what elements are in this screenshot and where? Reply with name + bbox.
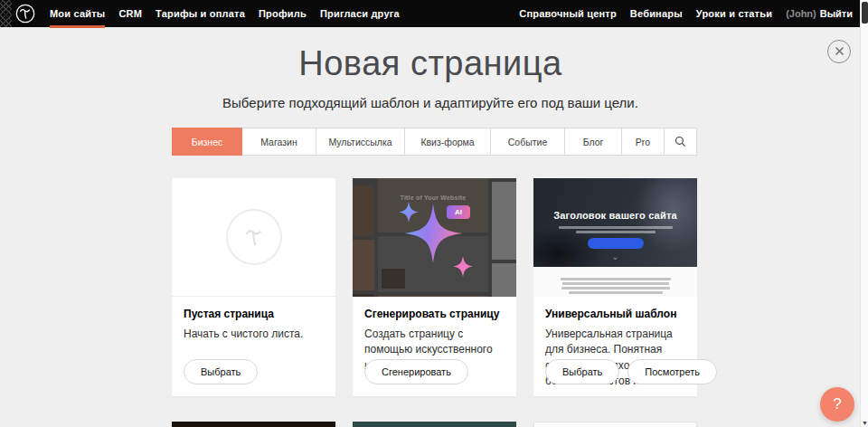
card-body: Пустая страница Начать с чистого листа. … [172, 297, 335, 396]
search-tab[interactable] [665, 128, 697, 156]
close-icon [835, 43, 844, 60]
card-body: Сгенерировать страницу Создать страницу … [353, 297, 516, 396]
search-icon [675, 136, 686, 147]
nav-item-webinars[interactable]: Вебинары [630, 0, 683, 27]
nav-item-help-center[interactable]: Справочный центр [519, 0, 617, 27]
nav-item-profile[interactable]: Профиль [259, 0, 307, 27]
card-title: Универсальный шаблон [545, 308, 685, 320]
card-body: Универсальный шаблон Универсальная стран… [533, 297, 697, 396]
generate-button[interactable]: Сгенерировать [364, 359, 468, 384]
scrollbar-track[interactable]: ▼ [860, 0, 868, 427]
user-name: (John) [786, 0, 816, 27]
template-card-partial[interactable] [353, 422, 516, 427]
ai-generate-preview: Title of Your Website [353, 178, 516, 297]
nav-item-my-sites[interactable]: Мои сайты [50, 0, 105, 27]
template-hero-heading: Заголовок вашего сайта [533, 210, 697, 221]
hero-text-line [576, 231, 656, 233]
nav-item-crm[interactable]: CRM [118, 0, 142, 27]
ai-sparkle-icon [378, 187, 490, 290]
nav-item-tariffs[interactable]: Тарифы и оплата [156, 0, 245, 27]
template-card-blank-page[interactable]: Пустая страница Начать с чистого листа. … [172, 178, 335, 396]
body-text-line [561, 278, 671, 280]
template-card-partial[interactable] [533, 422, 697, 427]
card-description: Начать с чистого листа. [184, 327, 324, 342]
tab-shop[interactable]: Магазин [242, 128, 316, 156]
thumb-tile [492, 182, 516, 260]
template-hero: Заголовок вашего сайта ⌄ [533, 178, 697, 267]
page-title: Новая страница [0, 44, 861, 83]
chevron-down-icon: ⌄ [533, 252, 697, 261]
user-logout[interactable]: (John) Выйти [786, 0, 853, 27]
ai-badge: AI [447, 205, 470, 219]
scrollbar-down-arrow[interactable]: ▼ [861, 420, 868, 427]
template-card-ai-generate[interactable]: Title of Your Website [353, 178, 516, 396]
nav-item-lessons[interactable]: Уроки и статьи [696, 0, 772, 27]
tab-pro[interactable]: Pro [622, 128, 665, 156]
hero-text-line [559, 226, 673, 229]
blank-page-preview [172, 178, 335, 297]
thumb-tile [492, 263, 516, 297]
topbar: Мои сайты CRM Тарифы и оплата Профиль Пр… [0, 0, 868, 27]
universal-template-preview: Заголовок вашего сайта ⌄ [533, 178, 697, 297]
page-subtitle: Выберите подходящий шаблон и адаптируйте… [0, 95, 861, 110]
tilda-watermark-icon [226, 209, 282, 265]
close-button[interactable] [827, 40, 851, 63]
template-card-universal[interactable]: Заголовок вашего сайта ⌄ Универсальный ш… [533, 178, 697, 396]
topbar-nav-right: Справочный центр Вебинары Уроки и статьи… [519, 0, 853, 27]
preview-universal-button[interactable]: Посмотреть [627, 359, 717, 384]
tab-business[interactable]: Бизнес [172, 128, 242, 156]
thumb-tile [353, 240, 374, 290]
template-text-section [533, 267, 697, 297]
hero-cta-button [588, 238, 644, 249]
tab-event[interactable]: Событие [491, 128, 565, 156]
nav-item-invite-friend[interactable]: Пригласи друга [320, 0, 400, 27]
card-title: Пустая страница [184, 308, 324, 320]
template-category-tabs: Бизнес Магазин Мультиссылка Квиз-форма С… [172, 128, 697, 156]
body-text-line [562, 282, 669, 285]
tilda-logo-icon[interactable] [15, 4, 35, 24]
tab-multilink[interactable]: Мультиссылка [316, 128, 405, 156]
help-button[interactable]: ? [820, 387, 854, 422]
tab-blog[interactable]: Блог [565, 128, 622, 156]
choose-universal-button[interactable]: Выбрать [545, 359, 619, 384]
thumb-tile [353, 185, 374, 236]
decorative-pattern-strip [0, 0, 12, 27]
card-title: Сгенерировать страницу [364, 308, 505, 320]
tab-quiz-form[interactable]: Квиз-форма [405, 128, 491, 156]
logout-link[interactable]: Выйти [820, 0, 853, 27]
body-text-line [569, 291, 663, 294]
topbar-nav-left: Мои сайты CRM Тарифы и оплата Профиль Пр… [50, 0, 400, 27]
body-text-line [561, 287, 670, 289]
template-card-partial[interactable] [172, 422, 335, 427]
choose-blank-button[interactable]: Выбрать [184, 359, 258, 384]
scrollbar-thumb[interactable] [862, 2, 868, 24]
